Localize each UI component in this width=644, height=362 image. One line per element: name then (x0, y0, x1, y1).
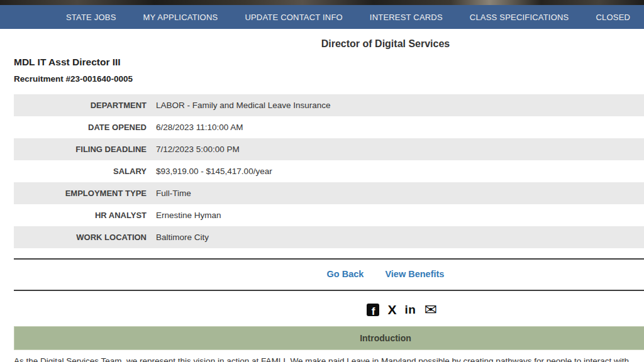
row-label: DATE OPENED (14, 116, 147, 138)
recruitment-number: Recruitment #23-001640-0005 (14, 74, 133, 84)
linkedin-icon[interactable]: in (405, 303, 416, 317)
table-row-hr-analyst: HR ANALYST Ernestine Hyman (14, 204, 644, 226)
table-row-salary: SALARY $93,919.00 - $145,417.00/year (14, 160, 644, 182)
table-row-work-location: WORK LOCATION Baltimore City (14, 226, 644, 248)
facebook-icon[interactable]: f (367, 304, 379, 316)
go-back-link[interactable]: Go Back (327, 269, 364, 279)
row-label: DEPARTMENT (14, 94, 147, 116)
nav-item-update-contact-info[interactable]: UPDATE CONTACT INFO (245, 13, 342, 22)
nav-item-class-specifications[interactable]: CLASS SPECIFICATIONS (470, 13, 569, 22)
nav-item-interest-cards[interactable]: INTEREST CARDS (370, 13, 443, 22)
table-row-date-opened: DATE OPENED 6/28/2023 11:10:00 AM (14, 116, 644, 138)
introduction-section-header: Introduction (14, 326, 644, 350)
section-title: Introduction (360, 333, 411, 343)
x-twitter-icon[interactable]: X (387, 302, 396, 317)
row-value: Baltimore City (147, 226, 209, 248)
row-value: 7/12/2023 5:00:00 PM (147, 138, 240, 160)
introduction-paragraph: As the Digital Services Team, we represe… (14, 355, 644, 362)
row-value: LABOR - Family and Medical Leave Insuran… (147, 94, 331, 116)
row-value: Full-Time (147, 182, 191, 204)
row-label: WORK LOCATION (14, 226, 147, 248)
job-title: MDL IT Asst Director III (14, 57, 121, 68)
row-label: HR ANALYST (14, 204, 147, 226)
divider-line-top (14, 258, 644, 260)
top-navigation-bar: STATE JOBS MY APPLICATIONS UPDATE CONTAC… (0, 5, 644, 29)
row-label: EMPLOYMENT TYPE (14, 182, 147, 204)
nav-item-closed[interactable]: CLOSED (596, 13, 630, 22)
email-icon[interactable]: ✉ (424, 304, 436, 316)
table-row-filing-deadline: FILING DEADLINE 7/12/2023 5:00:00 PM (14, 138, 644, 160)
row-value: Ernestine Hyman (147, 204, 221, 226)
background-photo-strip (0, 0, 644, 5)
page-title: Director of Digital Services (14, 38, 644, 50)
row-label: SALARY (14, 160, 147, 182)
nav-item-state-jobs[interactable]: STATE JOBS (66, 13, 116, 22)
row-label: FILING DEADLINE (14, 138, 147, 160)
divider-line-bottom (14, 290, 644, 291)
table-row-department: DEPARTMENT LABOR - Family and Medical Le… (14, 94, 644, 116)
action-links-row: Go Back View Benefits (14, 269, 644, 279)
job-details-table: DEPARTMENT LABOR - Family and Medical Le… (14, 94, 644, 248)
table-row-employment-type: EMPLOYMENT TYPE Full-Time (14, 182, 644, 204)
nav-item-my-applications[interactable]: MY APPLICATIONS (143, 13, 218, 22)
row-value: $93,919.00 - $145,417.00/year (147, 160, 272, 182)
view-benefits-link[interactable]: View Benefits (385, 269, 444, 279)
row-value: 6/28/2023 11:10:00 AM (147, 116, 243, 138)
social-share-row: f X in ✉ (30, 302, 644, 318)
